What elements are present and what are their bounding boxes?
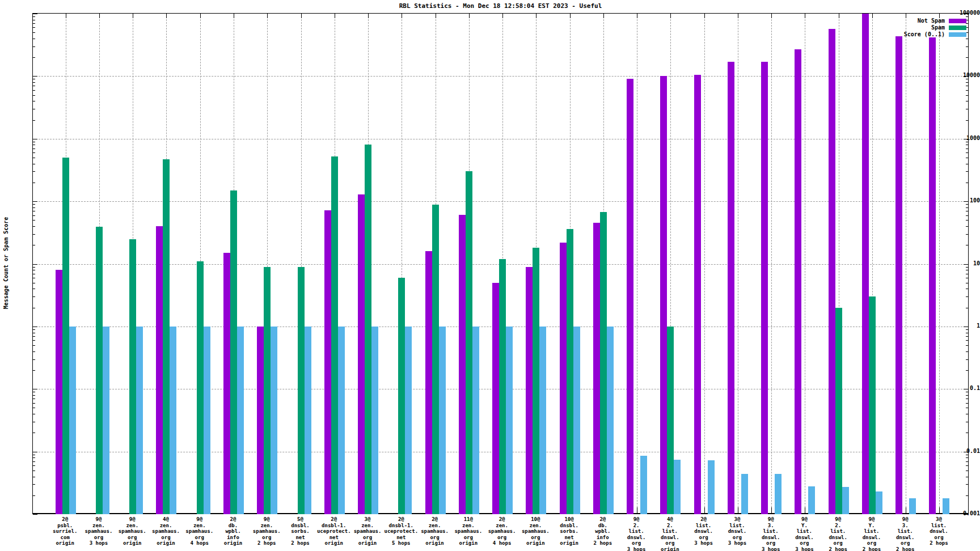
y-minor-tick [33,149,35,149]
bar-score-0-1 [472,327,479,514]
y-major-tick [33,452,37,452]
y-minor-tick [966,392,968,392]
bar-not-spam [829,29,835,514]
bar-score-0-1 [876,491,882,514]
y-minor-tick [33,403,35,404]
bar-spam [62,158,69,514]
x-bottom-tick [738,507,738,513]
y-minor-tick [33,461,35,462]
bar-score-0-1 [338,327,345,514]
bar-score-0-1 [371,327,378,514]
y-minor-tick [33,433,35,433]
x-top-tick [234,14,234,18]
x-tick-label-line: origin [649,546,690,551]
legend-row: Spam [904,24,966,31]
bar-not-spam [593,223,600,514]
y-minor-tick [966,336,968,337]
y-minor-tick [966,399,968,399]
y-minor-tick [33,183,35,183]
bar-spam [869,296,876,514]
x-top-tick [502,14,503,18]
y-minor-tick [966,234,968,235]
y-minor-tick [33,455,35,455]
bar-spam [398,278,405,514]
y-minor-tick [966,471,968,471]
x-gridline [738,14,738,513]
y-minor-tick [33,204,35,205]
y-minor-tick [33,220,35,221]
x-top-tick [570,14,571,18]
y-major-tick [33,139,37,139]
x-top-tick [368,14,369,18]
y-minor-tick [33,471,35,471]
y-minor-tick [966,149,968,149]
bar-score-0-1 [640,456,647,514]
y-minor-tick [33,414,35,414]
bar-score-0-1 [808,486,815,514]
y-minor-tick [966,215,968,216]
y-minor-tick [966,164,968,164]
y-minor-tick [33,142,35,142]
y-minor-tick [33,95,35,96]
y-minor-tick [33,226,35,227]
y-minor-tick [33,408,35,408]
bar-score-0-1 [237,327,244,514]
y-minor-tick [966,171,968,172]
bar-not-spam [156,226,163,514]
x-top-tick [133,14,133,18]
y-minor-tick [966,333,968,333]
bar-spam [331,156,338,514]
bar-not-spam [795,49,801,514]
x-top-tick [200,14,201,18]
y-minor-tick [33,46,35,47]
y-minor-tick [966,16,968,17]
x-top-tick [704,14,705,18]
y-minor-tick [33,329,35,330]
y-major-tick [33,201,37,202]
bar-spam [365,145,371,514]
y-minor-tick [33,296,35,297]
y-major-tick [33,264,37,265]
y-minor-tick [33,484,35,485]
y-minor-tick [966,457,968,458]
bar-score-0-1 [136,327,143,514]
y-minor-tick [966,414,968,414]
bar-score-0-1 [204,327,210,514]
y-minor-tick [33,340,35,341]
bar-spam [567,229,573,514]
x-tick-label: 3@list.dnswl.org2 hops [918,516,959,546]
y-minor-tick [966,359,968,360]
bar-spam [533,248,539,514]
bar-not-spam [56,270,62,514]
y-minor-tick [966,433,968,433]
y-minor-tick [966,152,968,153]
x-top-tick [166,14,167,18]
legend-swatch-spam [949,26,966,30]
bar-spam [197,261,204,514]
y-minor-tick [966,158,968,158]
x-top-tick [335,14,335,18]
x-bottom-tick [704,507,705,513]
y-minor-tick [33,495,35,496]
y-minor-tick [33,120,35,121]
y-minor-tick [33,215,35,216]
y-minor-tick [966,296,968,297]
y-minor-tick [966,270,968,270]
y-minor-tick [33,422,35,422]
bar-spam [264,267,271,514]
bar-not-spam [358,194,365,514]
x-bottom-tick [771,507,772,513]
x-top-tick [99,14,100,18]
y-minor-tick [33,32,35,33]
y-minor-tick [966,329,968,330]
y-minor-tick [33,109,35,109]
legend-swatch-score-0-1 [949,32,966,37]
bar-not-spam [660,76,667,514]
bar-not-spam [257,327,264,514]
legend-row: Score (0..1) [904,31,966,38]
y-minor-tick [966,82,968,83]
x-bottom-tick [805,507,805,513]
bar-score-0-1 [506,327,513,514]
bar-score-0-1 [439,327,446,514]
bar-not-spam [560,243,567,514]
